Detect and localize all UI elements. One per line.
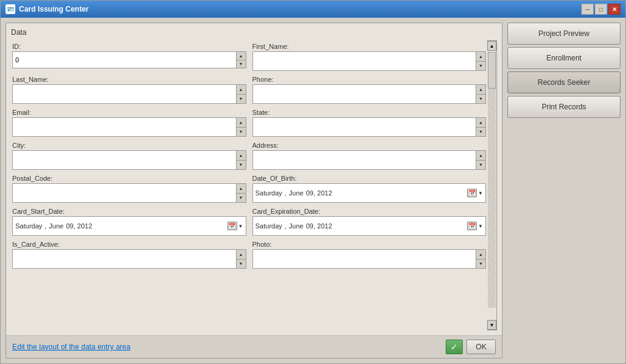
first-name-spin: ▲ ▼	[476, 52, 485, 70]
maximize-button[interactable]: □	[595, 4, 607, 15]
title-bar: 🪪 Card Issuing Center ─ □ ✕	[1, 1, 625, 18]
card-start-picker-btn[interactable]: 📅 ▼	[227, 222, 243, 230]
field-group-is-card-active: Is_Card_Active: ▲ ▼	[12, 241, 246, 269]
city-input[interactable]	[13, 151, 236, 169]
bottom-bar: Edit the layout of the data entry area ✓…	[6, 335, 502, 358]
phone-spin: ▲ ▼	[476, 85, 485, 103]
field-group-photo: Photo: ▲ ▼	[252, 241, 487, 269]
phone-input-wrap: ▲ ▼	[252, 84, 487, 104]
ok-area: ✓ OK	[446, 340, 496, 354]
dob-dropdown-arrow: ▼	[478, 191, 483, 196]
field-group-card-start: Card_Start_Date: Saturday , June 09, 201…	[12, 208, 246, 236]
id-spin-down[interactable]: ▼	[237, 60, 246, 68]
close-button[interactable]: ✕	[608, 4, 620, 15]
enrollment-button[interactable]: Enrollment	[507, 47, 620, 69]
card-start-label: Card_Start_Date:	[12, 208, 246, 215]
is-card-active-spin: ▲ ▼	[236, 250, 246, 268]
city-spin-up[interactable]: ▲	[237, 151, 246, 161]
phone-label: Phone:	[252, 76, 487, 83]
card-exp-label: Card_Expiration_Date:	[252, 208, 487, 215]
phone-spin-up[interactable]: ▲	[476, 85, 485, 95]
address-spin-up[interactable]: ▲	[476, 151, 485, 161]
last-name-label: Last_Name:	[12, 76, 246, 83]
is-card-active-spin-up[interactable]: ▲	[237, 250, 246, 260]
is-card-active-input-wrap: ▲ ▼	[12, 249, 246, 269]
window-title: Card Issuing Center	[19, 5, 89, 13]
email-spin-down[interactable]: ▼	[237, 128, 246, 137]
email-spin-up[interactable]: ▲	[237, 118, 246, 128]
field-group-state: State: ▲ ▼	[252, 109, 487, 137]
card-start-input-wrap: Saturday , June 09, 2012 📅 ▼	[12, 216, 246, 236]
print-records-button[interactable]: Print Records	[507, 96, 620, 118]
photo-spin: ▲ ▼	[476, 250, 485, 268]
field-group-card-exp: Card_Expiration_Date: Saturday , June 09…	[252, 208, 487, 236]
scrollbar-thumb[interactable]	[488, 52, 496, 89]
main-window: 🪪 Card Issuing Center ─ □ ✕ Data ID:	[0, 0, 626, 364]
email-input-wrap: ▲ ▼	[12, 117, 246, 137]
photo-spin-up[interactable]: ▲	[476, 250, 485, 260]
field-group-email: Email: ▲ ▼	[12, 109, 246, 137]
dob-day: Saturday	[256, 189, 282, 197]
first-name-spin-down[interactable]: ▼	[476, 62, 485, 71]
card-exp-picker-btn[interactable]: 📅 ▼	[467, 222, 483, 230]
phone-spin-down[interactable]: ▼	[476, 95, 485, 104]
scrollbar-groove	[488, 89, 496, 308]
email-input[interactable]	[13, 118, 236, 136]
dob-calendar-icon: 📅	[467, 189, 477, 197]
is-card-active-input[interactable]	[13, 250, 236, 268]
address-input[interactable]	[253, 151, 476, 169]
postal-code-label: Postal_Code:	[12, 175, 246, 182]
postal-code-input[interactable]	[13, 184, 236, 202]
card-exp-dropdown-arrow: ▼	[478, 224, 483, 229]
email-spin: ▲ ▼	[236, 118, 246, 136]
last-name-input[interactable]	[13, 85, 236, 103]
state-spin-down[interactable]: ▼	[476, 128, 485, 137]
right-panel: Project Preview Enrollment Records Seeke…	[507, 23, 620, 359]
state-spin-up[interactable]: ▲	[476, 118, 485, 128]
postal-code-spin-up[interactable]: ▲	[237, 184, 246, 194]
scrollbar-down-arrow[interactable]: ▼	[487, 320, 496, 330]
card-start-sep: ,	[45, 222, 46, 230]
scrollbar-up-arrow[interactable]: ▲	[487, 41, 496, 51]
id-input-wrap: ▲ ▼	[12, 51, 246, 68]
address-spin-down[interactable]: ▼	[476, 161, 485, 170]
minimize-button[interactable]: ─	[581, 4, 594, 15]
first-name-label: First_Name:	[252, 43, 487, 50]
field-group-city: City: ▲ ▼	[12, 142, 246, 170]
photo-spin-down[interactable]: ▼	[476, 260, 485, 269]
records-seeker-button[interactable]: Records Seeker	[507, 71, 620, 93]
address-spin: ▲ ▼	[476, 151, 485, 169]
project-preview-button[interactable]: Project Preview	[507, 23, 620, 45]
phone-input[interactable]	[253, 85, 476, 103]
field-group-last-name: Last_Name: ▲ ▼	[12, 76, 246, 104]
city-spin: ▲ ▼	[236, 151, 246, 169]
photo-input[interactable]	[253, 250, 476, 268]
window-icon: 🪪	[6, 4, 15, 14]
scroll-wrapper: ID: ▲ ▼	[11, 40, 497, 330]
is-card-active-spin-down[interactable]: ▼	[237, 260, 246, 269]
postal-code-spin-down[interactable]: ▼	[237, 194, 246, 203]
dob-picker-btn[interactable]: 📅 ▼	[467, 189, 483, 197]
field-group-phone: Phone: ▲ ▼	[252, 76, 487, 104]
first-name-spin-up[interactable]: ▲	[476, 52, 485, 62]
edit-layout-link[interactable]: Edit the layout of the data entry area	[12, 343, 130, 351]
city-spin-down[interactable]: ▼	[237, 161, 246, 170]
ok-button[interactable]: OK	[466, 340, 496, 354]
dob-sep1: ,	[285, 189, 287, 197]
data-section: Data ID: ▲ ▼	[6, 23, 502, 335]
id-spin-up[interactable]: ▲	[237, 52, 246, 60]
last-name-spin-up[interactable]: ▲	[237, 85, 246, 95]
ok-check-button[interactable]: ✓	[446, 340, 463, 354]
last-name-spin-down[interactable]: ▼	[237, 95, 246, 104]
is-card-active-label: Is_Card_Active:	[12, 241, 246, 248]
title-bar-controls: ─ □ ✕	[581, 4, 620, 15]
card-exp-input-wrap: Saturday , June 09, 2012 📅 ▼	[252, 216, 487, 236]
photo-label: Photo:	[252, 241, 487, 248]
first-name-input[interactable]	[253, 52, 476, 70]
window-body: Data ID: ▲ ▼	[1, 18, 625, 363]
photo-input-wrap: ▲ ▼	[252, 249, 487, 269]
id-input[interactable]	[13, 52, 236, 68]
field-group-first-name: First_Name: ▲ ▼	[252, 43, 487, 71]
scrollbar-track: ▲ ▼	[487, 40, 497, 330]
state-input[interactable]	[253, 118, 476, 136]
